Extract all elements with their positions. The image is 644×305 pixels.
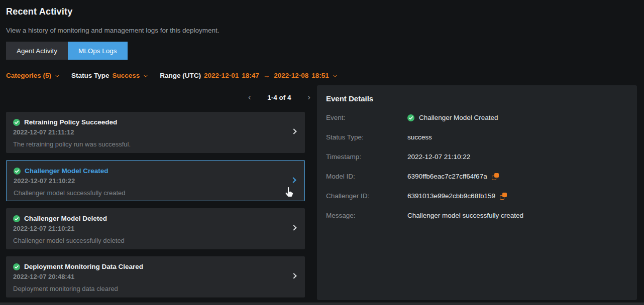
detail-value-timestamp: 2022-12-07 21:10:22 [407, 153, 470, 161]
range-end-date: 2022-12-08 [274, 72, 308, 79]
range-filter[interactable]: Range (UTC) 2022-12-01 18:47 → 2022-12-0… [160, 72, 336, 79]
detail-row-challenger-id: Challenger ID: 6391013e99e2cbb9c68fb159 [326, 191, 628, 201]
detail-label: Message: [326, 212, 407, 219]
event-card-title: Challenger Model Deleted [24, 215, 107, 222]
event-card-description: The retraining policy run was successful… [13, 140, 298, 148]
event-card-title: Challenger Model Created [25, 167, 109, 175]
copy-icon[interactable] [492, 173, 499, 180]
detail-label: Timestamp: [326, 153, 407, 161]
event-card-timestamp: 2022-12-07 21:10:21 [13, 225, 298, 232]
detail-row-message: Message: Challenger model successfully c… [326, 211, 628, 220]
detail-label: Status Type: [326, 133, 407, 141]
detail-value-event: Challenger Model Created [419, 114, 498, 121]
detail-value-message: Challenger model successfully created [407, 212, 523, 219]
success-check-icon [13, 263, 20, 270]
event-card-retraining-policy-succeeded[interactable]: Retraining Policy Succeeded 2022-12-07 2… [6, 112, 305, 153]
event-card-timestamp: 2022-12-07 21:11:12 [13, 128, 298, 136]
detail-value-challenger-id: 6391013e99e2cbb9c68fb159 [407, 192, 495, 200]
event-card-challenger-model-deleted[interactable]: Challenger Model Deleted 2022-12-07 21:1… [6, 208, 305, 249]
event-card-deployment-monitoring-data-cleared[interactable]: Deployment Monitoring Data Cleared 2022-… [6, 256, 305, 297]
page-subtitle: View a history of monitoring and managem… [6, 27, 219, 34]
status-type-value: Success [113, 72, 140, 79]
chevron-down-icon [144, 73, 148, 77]
event-card-description: Challenger model successfully created [14, 189, 297, 197]
detail-label: Event: [326, 114, 407, 121]
detail-row-model-id: Model ID: 6390ffb6eac7c27cff64f67a [326, 172, 628, 181]
event-details-panel: Event Details Event: Challenger Model Cr… [317, 85, 637, 300]
range-start-date: 2022-12-01 [204, 72, 239, 79]
event-card-title: Deployment Monitoring Data Cleared [24, 263, 143, 270]
page-title: Recent Activity [6, 7, 72, 17]
detail-row-status-type: Status Type: success [326, 132, 628, 142]
event-card-description: Challenger model successfully deleted [13, 237, 298, 244]
range-arrow-icon: → [263, 72, 270, 79]
detail-label: Model ID: [326, 173, 407, 180]
tab-agent-activity[interactable]: Agent Activity [6, 42, 68, 60]
range-end-time: 18:51 [311, 72, 329, 79]
success-check-icon [407, 114, 414, 121]
event-card-timestamp: 2022-12-07 21:10:22 [14, 177, 297, 185]
success-check-icon [13, 215, 20, 222]
detail-row-event: Event: Challenger Model Created [326, 113, 628, 122]
status-type-label: Status Type [71, 72, 110, 79]
activity-tabs: Agent Activity MLOps Logs [6, 42, 128, 60]
range-start-time: 18:47 [242, 72, 259, 79]
status-type-filter[interactable]: Status Type Success [71, 72, 147, 79]
chevron-down-icon [333, 73, 337, 77]
categories-filter-label: Categories (5) [6, 72, 51, 79]
event-card-description: Deployment monitoring data cleared [13, 285, 298, 292]
categories-filter[interactable]: Categories (5) [6, 72, 59, 79]
range-label: Range (UTC) [160, 72, 201, 79]
pagination-prev-icon[interactable]: ‹ [248, 92, 251, 102]
event-card-title: Retraining Policy Succeeded [24, 118, 117, 126]
copy-icon[interactable] [500, 193, 507, 200]
detail-value-model-id: 6390ffb6eac7c27cff64f67a [407, 173, 487, 180]
filter-bar: Categories (5) Status Type Success Range… [6, 72, 337, 79]
event-card-challenger-model-created[interactable]: Challenger Model Created 2022-12-07 21:1… [6, 160, 305, 201]
detail-label: Challenger ID: [326, 192, 407, 200]
tab-mlops-logs[interactable]: MLOps Logs [68, 42, 128, 60]
bottom-scrollbar-track[interactable] [0, 302, 644, 305]
detail-row-timestamp: Timestamp: 2022-12-07 21:10:22 [326, 152, 628, 162]
pagination: ‹ 1-4 of 4 › [248, 92, 310, 102]
detail-value-status-type: success [407, 133, 432, 141]
event-details-title: Event Details [326, 94, 628, 103]
chevron-down-icon [55, 73, 59, 77]
event-card-timestamp: 2022-12-07 20:48:41 [13, 273, 298, 280]
pagination-next-icon[interactable]: › [307, 92, 310, 102]
pagination-label: 1-4 of 4 [267, 94, 291, 101]
success-check-icon [14, 168, 21, 175]
success-check-icon [13, 119, 20, 126]
event-list: Retraining Policy Succeeded 2022-12-07 2… [6, 112, 305, 304]
